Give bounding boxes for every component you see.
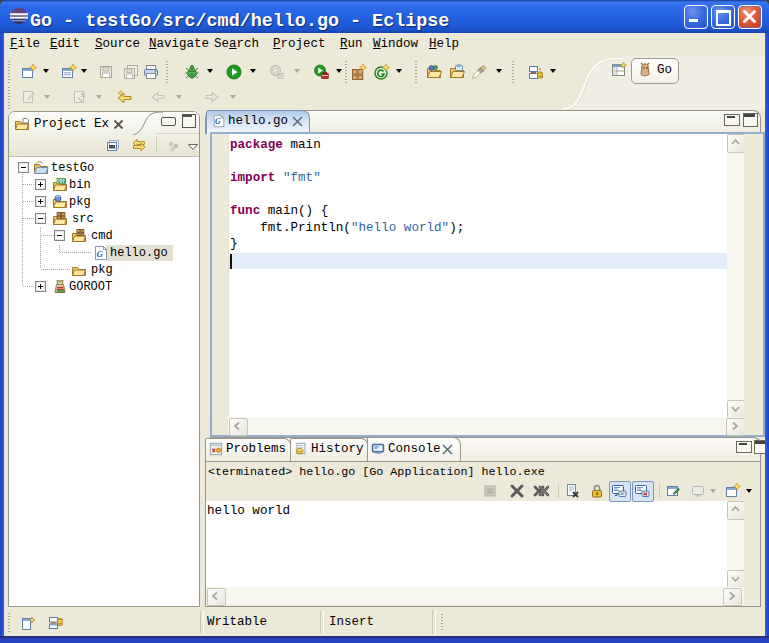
- svg-text:G: G: [215, 117, 221, 126]
- svg-text:G: G: [97, 248, 104, 258]
- svg-text:010: 010: [58, 178, 67, 183]
